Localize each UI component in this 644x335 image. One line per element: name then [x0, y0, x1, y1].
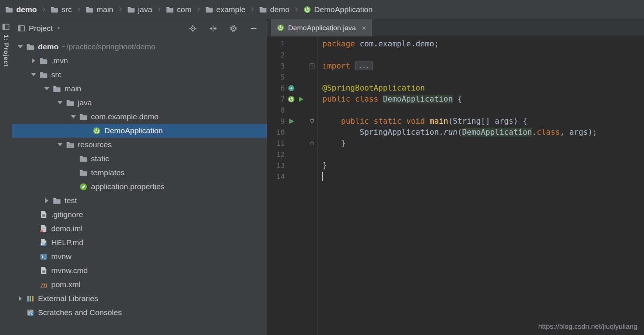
line-number[interactable]: 9 — [267, 117, 285, 125]
line-number[interactable]: 7 — [267, 95, 285, 103]
spring-boot-icon[interactable] — [287, 95, 295, 103]
code-line-1: 1package com.example.demo; — [267, 38, 644, 49]
line-number[interactable]: 1 — [267, 40, 285, 48]
project-view-selector[interactable]: Project — [17, 24, 61, 33]
tree-item-main[interactable]: main — [12, 82, 267, 96]
project-tool-window-button[interactable]: 1: Project — [2, 35, 10, 67]
tree-item-scratches-and-consoles[interactable]: Scratches and Consoles — [12, 306, 267, 320]
token-hl: DemoApplication — [383, 95, 453, 103]
chevron-separator-icon — [41, 6, 47, 13]
folder-icon — [39, 71, 48, 79]
line-number[interactable]: 10 — [267, 128, 285, 136]
breadcrumb-item-demoapplication[interactable]: DemoApplication — [303, 5, 373, 14]
spring-bean-icon[interactable] — [287, 84, 295, 92]
tree-item-java[interactable]: java — [12, 96, 267, 110]
chevron-expanded-icon[interactable] — [56, 140, 64, 149]
code-line-2: 2 — [267, 49, 644, 60]
folder-icon — [166, 6, 174, 14]
breadcrumb-item-demo[interactable]: demo — [5, 5, 37, 14]
left-tool-window-stripe: 1: Project — [0, 19, 12, 335]
chevron-collapsed-icon[interactable] — [42, 196, 51, 205]
panel-title-label: Project — [29, 24, 53, 33]
breadcrumb-item-main[interactable]: main — [85, 5, 113, 14]
tree-item-demo-iml[interactable]: demo.iml — [12, 222, 267, 236]
fold-top-icon[interactable] — [307, 118, 317, 124]
tree-item-mvn[interactable]: .mvn — [12, 54, 267, 68]
close-tab-icon[interactable]: × — [362, 24, 366, 32]
token-hl: DemoApplication — [462, 128, 532, 137]
line-number[interactable]: 13 — [267, 161, 285, 169]
breadcrumb-item-src[interactable]: src — [50, 5, 72, 14]
tree-item-static[interactable]: static — [12, 152, 267, 166]
tree-item-help-md[interactable]: MDHELP.md — [12, 236, 267, 250]
tree-item-label: templates — [91, 168, 125, 177]
tree-item-demo[interactable]: demo~/practice/springboot/demo — [12, 40, 267, 54]
token-def: (String[] args) { — [448, 117, 527, 126]
token-kw: import — [322, 61, 350, 70]
tree-item-templates[interactable]: templates — [12, 166, 267, 180]
folder-icon — [79, 113, 88, 121]
code-text: } — [317, 161, 327, 170]
folder-icon — [85, 6, 94, 14]
tree-item-label: demo.iml — [51, 224, 83, 233]
code-line-7: 7public class DemoApplication { — [267, 94, 644, 105]
breadcrumb-item-java[interactable]: java — [127, 5, 153, 14]
token-meth: main — [430, 117, 448, 126]
breadcrumb-item-example[interactable]: example — [205, 5, 245, 14]
breadcrumb-label: src — [62, 5, 72, 14]
chevron-expanded-icon[interactable] — [69, 112, 78, 121]
token-def: } — [322, 161, 327, 170]
line-number[interactable]: 3 — [267, 62, 285, 70]
folder-icon — [79, 155, 88, 163]
token-kw: public class — [322, 95, 378, 103]
line-number[interactable]: 12 — [267, 150, 285, 158]
tree-item-label: .gitignore — [51, 210, 83, 219]
tree-item-src[interactable]: src — [12, 68, 267, 82]
code-line-3: 3import ... — [267, 60, 644, 71]
tree-item-test[interactable]: test — [12, 194, 267, 208]
line-number[interactable]: 5 — [267, 73, 285, 81]
breadcrumb-item-demo[interactable]: demo — [259, 5, 290, 14]
chevron-expanded-icon[interactable] — [29, 70, 38, 79]
line-number[interactable]: 8 — [267, 106, 285, 114]
locate-button[interactable] — [189, 24, 197, 33]
line-number[interactable]: 6 — [267, 84, 285, 92]
chevron-separator-icon — [117, 6, 123, 13]
line-number[interactable]: 11 — [267, 139, 285, 147]
editor-tab-demoapplication-java[interactable]: DemoApplication.java × — [271, 19, 372, 36]
line-number[interactable]: 14 — [267, 172, 285, 180]
tree-item-demoapplication[interactable]: DemoApplication — [12, 124, 267, 138]
tree-item-resources[interactable]: resources — [12, 138, 267, 152]
tree-item-mvnw[interactable]: mvnw — [12, 250, 267, 264]
tree-item-pom-xml[interactable]: mpom.xml — [12, 278, 267, 292]
tree-item-application-properties[interactable]: application.properties — [12, 180, 267, 194]
chevron-collapsed-icon[interactable] — [29, 56, 38, 65]
token-def: com.example.demo; — [355, 39, 439, 48]
tree-item-label: External Libraries — [38, 294, 98, 303]
run-icon[interactable] — [297, 95, 305, 103]
tree-item-gitignore[interactable]: .gitignore — [12, 208, 267, 222]
settings-button[interactable] — [229, 24, 238, 33]
project-tool-window: Project demo~/practice/springboot/demo.m… — [12, 19, 267, 335]
chevron-expanded-icon[interactable] — [56, 98, 64, 107]
chevron-separator-icon — [249, 6, 255, 13]
code-editor[interactable]: 1package com.example.demo;23import ...56… — [267, 37, 644, 335]
fold-plus-icon[interactable] — [307, 63, 317, 69]
chevron-spacer — [29, 224, 38, 233]
collapse-all-button[interactable] — [209, 24, 217, 33]
maven-icon: m — [39, 281, 48, 289]
hide-button[interactable] — [249, 24, 258, 33]
file-shell-icon — [39, 253, 48, 261]
line-number[interactable]: 2 — [267, 51, 285, 59]
token-def — [322, 117, 341, 126]
run-icon[interactable] — [287, 117, 295, 125]
fold-bottom-icon[interactable] — [307, 140, 317, 147]
chevron-collapsed-icon[interactable] — [16, 294, 25, 303]
chevron-expanded-icon[interactable] — [16, 42, 25, 51]
tree-item-external-libraries[interactable]: External Libraries — [12, 292, 267, 306]
tree-item-mvnw-cmd[interactable]: mvnw.cmd — [12, 264, 267, 278]
tree-item-com-example-demo[interactable]: com.example.demo — [12, 110, 267, 124]
chevron-expanded-icon[interactable] — [42, 84, 51, 93]
breadcrumb-item-com[interactable]: com — [166, 5, 192, 14]
token-def — [350, 61, 355, 70]
